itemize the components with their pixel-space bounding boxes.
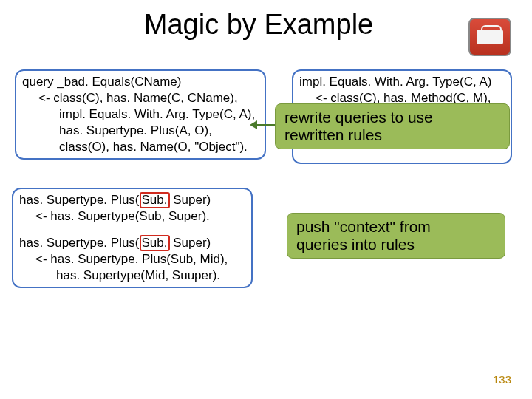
code-line: has. Supertype. Plus(Sub, Super) (19, 235, 245, 251)
code-text: has. Supertype. Plus( (19, 236, 140, 250)
callout-line: rewrite queries to use (284, 109, 500, 126)
code-text: Super) (170, 193, 211, 207)
code-block-supertype: has. Supertype. Plus(Sub, Super) <- has.… (12, 188, 253, 288)
highlight-box: Sub, (140, 235, 170, 251)
code-line: <- has. Supertype. Plus(Sub, Mid), (19, 251, 245, 267)
code-block-query: query _bad. Equals(CName) <- class(C), h… (15, 69, 266, 160)
code-line: has. Supertype(Mid, Suuper). (19, 267, 245, 284)
highlight-box: Sub, (140, 192, 170, 208)
slide-title: Magic by Example (0, 9, 532, 41)
page-number: 133 (493, 373, 511, 386)
code-line: impl. Equals. With. Arg. Type(C, A), (22, 106, 259, 123)
callout-push-context: push "context" from queries into rules (287, 213, 505, 259)
callout-line: rewritten rules (284, 126, 500, 144)
code-line: has. Supertype. Plus(A, O), (22, 123, 259, 139)
code-text: has. Supertype. Plus( (19, 193, 140, 207)
code-line: impl. Equals. With. Arg. Type(C, A) (299, 74, 505, 90)
callout-line: queries into rules (296, 236, 496, 253)
code-line: <- class(C), has. Name(C, CName), (22, 90, 259, 106)
keyboard-icon (468, 18, 511, 56)
code-line: <- has. Supertype(Sub, Super). (19, 208, 245, 225)
code-line: has. Supertype. Plus(Sub, Super) (19, 192, 245, 208)
callout-rewrite: rewrite queries to use rewritten rules (275, 103, 510, 149)
arrow-icon (251, 124, 278, 126)
code-line: query _bad. Equals(CName) (22, 74, 259, 90)
code-line: class(O), has. Name(O, "Object"). (22, 139, 259, 155)
callout-line: push "context" from (296, 218, 496, 236)
code-text: Super) (170, 236, 211, 250)
